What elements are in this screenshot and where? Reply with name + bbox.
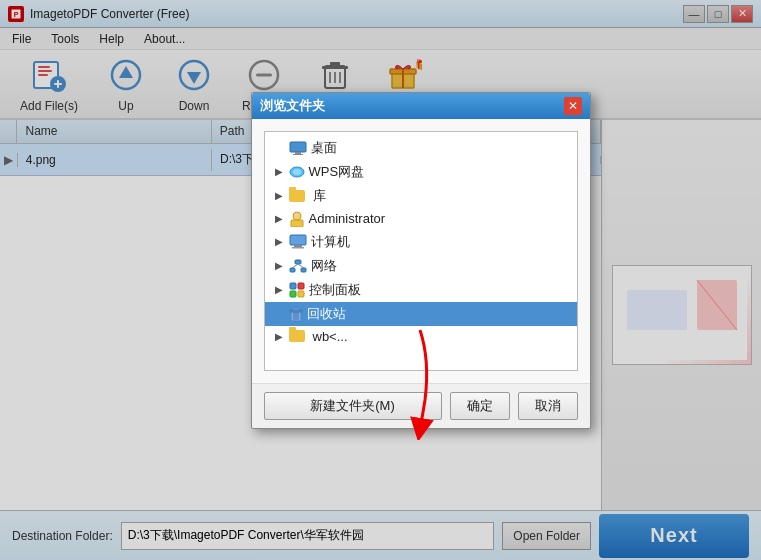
tree-label-wbs: wb<...: [313, 329, 348, 344]
tree-label-library: 库: [313, 187, 326, 205]
svg-rect-29: [290, 142, 306, 152]
control-panel-icon: [289, 282, 305, 298]
tree-item-wps[interactable]: ▶ WPS网盘: [265, 160, 577, 184]
tree-label-recycle: 回收站: [307, 305, 346, 323]
library-icon: [289, 190, 305, 202]
modal-close-button[interactable]: ✕: [564, 97, 582, 115]
expand-icon-recycle: [273, 308, 285, 320]
svg-rect-44: [290, 283, 296, 289]
expand-icon-network: ▶: [273, 260, 285, 272]
modal-footer: 新建文件夹(M) 确定 取消: [252, 383, 590, 428]
wps-icon: [289, 165, 305, 179]
svg-rect-46: [290, 291, 296, 297]
expand-icon: [273, 142, 285, 154]
network-icon: [289, 259, 307, 273]
expand-icon-computer: ▶: [273, 236, 285, 248]
svg-rect-40: [290, 268, 295, 272]
modal-body: 桌面 ▶ WPS网盘 ▶: [252, 119, 590, 383]
tree-label-network: 网络: [311, 257, 337, 275]
svg-rect-50: [293, 308, 299, 310]
expand-icon-control: ▶: [273, 284, 285, 296]
cancel-button[interactable]: 取消: [518, 392, 578, 420]
expand-icon-library: ▶: [273, 190, 285, 202]
tree-item-wbs[interactable]: ▶ wb<...: [265, 326, 577, 347]
tree-label-control: 控制面板: [309, 281, 361, 299]
modal-overlay: 浏览文件夹 ✕ 桌面: [0, 0, 761, 560]
tree-item-library[interactable]: ▶ 库: [265, 184, 577, 208]
svg-rect-39: [295, 260, 301, 264]
tree-label-admin: Administrator: [309, 211, 386, 226]
admin-icon: [289, 211, 305, 227]
computer-icon: [289, 234, 307, 250]
tree-label-wps: WPS网盘: [309, 163, 365, 181]
svg-line-42: [292, 264, 298, 268]
svg-rect-45: [298, 283, 304, 289]
browse-folder-dialog: 浏览文件夹 ✕ 桌面: [251, 92, 591, 429]
tree-item-admin[interactable]: ▶ Administrator: [265, 208, 577, 230]
svg-rect-41: [301, 268, 306, 272]
svg-line-43: [298, 264, 304, 268]
wbs-folder-icon: [289, 330, 305, 342]
expand-icon-admin: ▶: [273, 213, 285, 225]
svg-rect-36: [290, 235, 306, 245]
svg-rect-34: [291, 220, 303, 227]
confirm-button[interactable]: 确定: [450, 392, 510, 420]
tree-item-control[interactable]: ▶ 控制面板: [265, 278, 577, 302]
modal-titlebar: 浏览文件夹 ✕: [252, 93, 590, 119]
svg-point-33: [293, 169, 301, 175]
recycle-bin-icon: [289, 306, 303, 322]
svg-point-35: [293, 212, 301, 220]
tree-label-computer: 计算机: [311, 233, 350, 251]
svg-rect-31: [293, 154, 303, 155]
folder-tree[interactable]: 桌面 ▶ WPS网盘 ▶: [264, 131, 578, 371]
new-folder-button[interactable]: 新建文件夹(M): [264, 392, 442, 420]
svg-rect-30: [295, 152, 301, 154]
svg-rect-38: [292, 247, 304, 249]
tree-item-network[interactable]: ▶ 网络: [265, 254, 577, 278]
tree-item-desktop[interactable]: 桌面: [265, 136, 577, 160]
tree-item-computer[interactable]: ▶ 计算机: [265, 230, 577, 254]
svg-rect-47: [298, 291, 304, 297]
desktop-icon: [289, 141, 307, 155]
modal-title: 浏览文件夹: [260, 97, 325, 115]
expand-icon-wbs: ▶: [273, 330, 285, 342]
tree-item-recycle[interactable]: 回收站: [265, 302, 577, 326]
svg-rect-37: [294, 245, 302, 247]
expand-icon-wps: ▶: [273, 166, 285, 178]
tree-label-desktop: 桌面: [311, 139, 337, 157]
svg-rect-49: [290, 310, 302, 312]
